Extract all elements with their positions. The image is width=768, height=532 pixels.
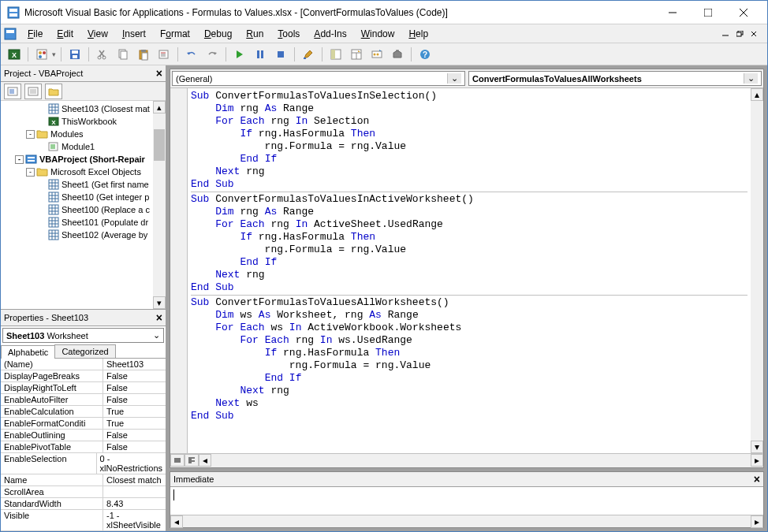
menu-window[interactable]: Window [355,26,401,42]
maximize-button[interactable] [690,2,725,24]
immediate-input[interactable] [170,487,763,515]
tree-node[interactable]: Sheet1 (Get first name [2,178,164,191]
tab-alphabetic[interactable]: Alphabetic [1,345,55,359]
design-mode-button[interactable] [300,46,317,63]
scroll-right-icon[interactable]: ▸ [751,515,763,528]
menu-edit[interactable]: Edit [50,26,80,42]
mdi-minimize-button[interactable] [720,28,733,39]
property-row[interactable]: StandardWidth8.43 [1,498,166,510]
insert-dropdown-icon[interactable]: ▾ [52,50,56,58]
undo-button[interactable] [183,46,200,63]
help-button[interactable]: ? [416,46,434,63]
tree-node[interactable]: -Modules [2,128,164,140]
scroll-left-icon[interactable]: ◂ [199,454,211,467]
tree-node[interactable]: Sheet102 (Average by [2,229,164,241]
menu-run[interactable]: Run [240,26,270,42]
property-value[interactable] [103,486,166,497]
save-button[interactable] [66,46,84,63]
view-excel-button[interactable]: X [6,46,23,63]
tree-node[interactable]: Sheet100 (Replace a c [2,203,164,216]
tree-node[interactable]: -VBAProject (Short-Repair [2,153,164,166]
tree-expand-icon[interactable]: - [26,168,35,177]
menu-insert[interactable]: Insert [116,26,152,42]
property-value[interactable]: True [103,418,166,429]
property-value[interactable]: False [103,441,166,452]
tree-node[interactable]: -Microsoft Excel Objects [2,166,164,178]
full-module-view-button[interactable] [185,454,199,467]
property-row[interactable]: EnablePivotTableFalse [1,441,166,453]
property-row[interactable]: ScrollArea [1,486,166,498]
property-value[interactable]: True [103,406,166,417]
project-panel-close-icon[interactable]: × [156,67,162,80]
insert-button[interactable] [33,46,50,63]
scroll-left-icon[interactable]: ◂ [170,515,183,528]
immediate-close-icon[interactable]: × [754,473,760,485]
property-value[interactable]: -1 - xlSheetVisible [103,510,166,530]
reset-button[interactable] [272,46,289,63]
tree-expand-icon[interactable]: - [26,130,35,139]
tree-node[interactable]: Sheet101 (Populate dr [2,216,164,229]
project-tree[interactable]: Sheet103 (Closest matXThisWorkbook-Modul… [1,101,166,309]
tree-node[interactable]: Sheet103 (Closest mat [2,102,164,115]
view-object-button[interactable] [24,84,42,99]
properties-window-button[interactable] [348,46,365,63]
property-value[interactable]: Closest match [103,474,166,485]
properties-object-selector[interactable]: Sheet103 Worksheet ⌄ [2,328,164,343]
close-button[interactable] [725,2,761,24]
scroll-down-icon[interactable]: ▾ [153,296,166,309]
mdi-close-button[interactable] [748,28,761,39]
object-browser-button[interactable] [368,46,386,63]
procedure-view-button[interactable] [170,454,185,467]
tree-node[interactable]: XThisWorkbook [2,115,164,128]
scroll-up-icon[interactable]: ▴ [751,88,763,101]
tree-node[interactable]: Sheet10 (Get integer p [2,191,164,203]
tree-expand-icon[interactable]: - [15,155,24,164]
code-procedure-dropdown[interactable]: ConvertFormulasToValuesAllWorksheets ⌄ [468,71,762,86]
minimize-button[interactable] [654,2,690,24]
cut-button[interactable] [94,46,111,63]
project-tree-scrollbar[interactable]: ▴ ▾ [153,101,166,309]
paste-button[interactable] [135,46,152,63]
property-value[interactable]: False [103,394,166,405]
copy-button[interactable] [114,46,132,63]
property-value[interactable]: False [103,382,166,393]
property-row[interactable]: DisplayRightToLeftFalse [1,382,166,394]
property-row[interactable]: EnableAutoFilterFalse [1,394,166,406]
menu-tools[interactable]: Tools [271,26,306,42]
menu-file[interactable]: File [21,26,49,42]
toggle-folders-button[interactable] [45,84,62,99]
code-object-dropdown[interactable]: (General) ⌄ [172,71,465,86]
code-horizontal-scrollbar[interactable]: ◂ ▸ [199,454,763,467]
code-vertical-scrollbar[interactable]: ▴ ▾ [751,88,763,453]
property-value[interactable]: False [103,370,166,381]
code-margin[interactable] [170,88,188,453]
find-button[interactable] [155,46,173,63]
run-button[interactable] [231,46,248,63]
property-value[interactable]: 8.43 [103,498,166,509]
property-row[interactable]: (Name)Sheet103 [1,359,166,370]
property-row[interactable]: EnableCalculationTrue [1,406,166,418]
property-value[interactable]: 0 - xlNoRestrictions [97,453,166,474]
scroll-up-icon[interactable]: ▴ [153,101,166,113]
property-value[interactable]: Sheet103 [103,359,166,370]
property-row[interactable]: Visible-1 - xlSheetVisible [1,510,166,531]
code-editor[interactable]: Sub ConvertFormulasToValuesInSelection()… [188,88,751,453]
scroll-right-icon[interactable]: ▸ [751,454,763,467]
menu-format[interactable]: Format [154,26,196,42]
property-row[interactable]: EnableSelection0 - xlNoRestrictions [1,453,166,474]
break-button[interactable] [252,46,269,63]
properties-panel-close-icon[interactable]: × [156,311,162,324]
project-explorer-button[interactable] [327,46,345,63]
menu-addins[interactable]: Add-Ins [308,26,352,42]
tree-node[interactable]: Module1 [2,140,164,153]
property-row[interactable]: EnableFormatConditiTrue [1,418,166,430]
redo-button[interactable] [203,46,221,63]
immediate-horizontal-scrollbar[interactable]: ◂ ▸ [170,515,763,527]
property-row[interactable]: DisplayPageBreaksFalse [1,370,166,382]
toolbox-button[interactable] [389,46,406,63]
tab-categorized[interactable]: Categorized [54,344,115,358]
property-value[interactable]: False [103,430,166,441]
property-row[interactable]: EnableOutliningFalse [1,430,166,441]
menu-view[interactable]: View [81,26,114,42]
property-row[interactable]: NameClosest match [1,474,166,486]
